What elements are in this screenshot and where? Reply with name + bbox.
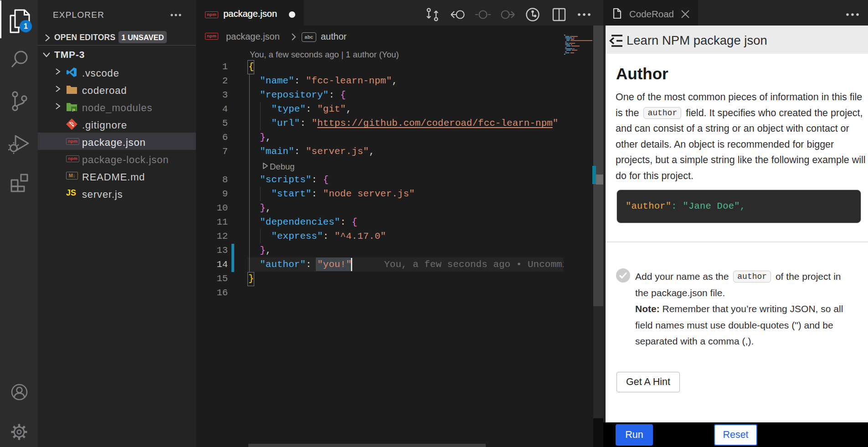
svg-text:js: js [72, 108, 75, 112]
